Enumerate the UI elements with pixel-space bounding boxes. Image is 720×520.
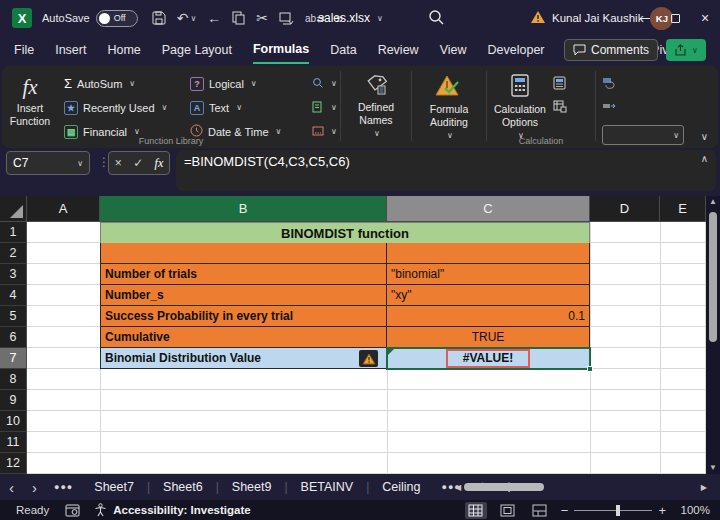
share-button[interactable]: ∨ xyxy=(666,39,706,61)
paste-picture-icon[interactable] xyxy=(279,12,294,25)
row-header-3[interactable]: 3 xyxy=(0,264,27,285)
scroll-right-icon[interactable]: ▶ xyxy=(698,483,710,492)
close-button[interactable]: × xyxy=(690,0,720,36)
document-title[interactable]: sales.xlsx ∨ xyxy=(318,0,383,36)
calculate-sheet-button[interactable] xyxy=(553,97,577,118)
search-icon[interactable] xyxy=(428,9,445,30)
select-all-button[interactable] xyxy=(0,196,27,222)
tab-review[interactable]: Review xyxy=(378,36,419,64)
formula-auditing-button[interactable]: Formula Auditing ∨ xyxy=(414,71,484,148)
cell-b6-label[interactable]: Cumulative xyxy=(100,327,387,348)
prev-sheet-icon[interactable]: ‹ xyxy=(0,479,23,496)
excel-logo-icon[interactable]: X xyxy=(12,8,32,28)
more-sheets-left-icon[interactable]: ●●● xyxy=(46,482,81,492)
accessibility-status[interactable]: Accessibility: Investigate xyxy=(113,504,250,516)
row-header-12[interactable]: 12 xyxy=(0,453,27,474)
autosum-button[interactable]: Σ AutoSum ∨ xyxy=(64,73,180,94)
cancel-entry-icon[interactable]: × xyxy=(115,156,122,170)
copy-icon[interactable] xyxy=(232,11,245,25)
tab-view[interactable]: View xyxy=(440,36,467,64)
zoom-slider[interactable] xyxy=(574,510,652,511)
normal-view-button[interactable] xyxy=(465,502,487,519)
column-header-e[interactable]: E xyxy=(660,196,706,222)
sheet-tab-ceiling[interactable]: Ceiling xyxy=(369,474,433,500)
defined-names-button[interactable]: Defined Names ∨ xyxy=(343,71,409,148)
cell-c5-value[interactable]: 0.1 xyxy=(387,306,590,327)
row-header-5[interactable]: 5 xyxy=(0,306,27,327)
column-header-b[interactable]: B xyxy=(100,196,387,222)
back-arrow-icon[interactable]: ← xyxy=(207,10,221,26)
confirm-entry-icon[interactable]: ✓ xyxy=(133,156,143,170)
cell-c3-value[interactable]: "binomial" xyxy=(387,264,590,285)
cell-b1-title[interactable]: BINOMDIST function xyxy=(100,222,590,244)
cell-b4-label[interactable]: Number_s xyxy=(100,285,387,306)
autosave-toggle[interactable]: Off xyxy=(96,10,138,27)
cell-c4-value[interactable]: "xy" xyxy=(387,285,590,306)
error-options-button[interactable] xyxy=(359,350,378,367)
math-trig-button[interactable]: ∨ xyxy=(312,97,332,118)
row-header-10[interactable]: 10 xyxy=(0,411,27,432)
scroll-down-icon[interactable]: ▼ xyxy=(709,462,717,474)
undo-button[interactable]: ↶∨ xyxy=(177,10,197,26)
cell-b3-label[interactable]: Number of trials xyxy=(100,264,387,285)
horizontal-scrollbar[interactable]: ◀ ▶ xyxy=(452,480,710,494)
cell-b5-label[interactable]: Success Probability in every trial xyxy=(100,306,387,327)
tab-data[interactable]: Data xyxy=(330,36,356,64)
lookup-reference-button[interactable]: ∨ xyxy=(312,73,332,94)
macro-record-icon[interactable] xyxy=(65,504,80,517)
tab-home[interactable]: Home xyxy=(107,36,140,64)
vertical-scroll-thumb[interactable] xyxy=(709,212,717,342)
ribbon-combobox[interactable]: ∨ xyxy=(602,125,684,145)
column-header-a[interactable]: A xyxy=(27,196,100,222)
sheet-tab-sheet7[interactable]: Sheet7 xyxy=(81,474,147,500)
text-button[interactable]: A Text ∨ xyxy=(190,97,302,118)
row-header-2[interactable]: 2 xyxy=(0,243,27,264)
formula-input[interactable]: =BINOMDIST(C4,C3,C5,C6) ∧ xyxy=(176,150,716,191)
calculate-now-button[interactable] xyxy=(553,73,577,94)
logical-button[interactable]: ? Logical ∨ xyxy=(190,73,302,94)
cell-c7-value[interactable]: #VALUE! xyxy=(387,348,590,369)
data-connection-button[interactable] xyxy=(602,97,688,118)
maximize-button[interactable] xyxy=(660,0,690,36)
zoom-in-icon[interactable]: + xyxy=(658,503,666,518)
horizontal-scroll-thumb[interactable] xyxy=(464,483,544,491)
next-sheet-icon[interactable]: › xyxy=(23,479,46,496)
tab-file[interactable]: File xyxy=(14,36,34,64)
cell-c2[interactable] xyxy=(387,243,590,264)
row-header-4[interactable]: 4 xyxy=(0,285,27,306)
sheet-tab-sheet6[interactable]: Sheet6 xyxy=(150,474,216,500)
sheet-tab-betainv[interactable]: BETAINV xyxy=(288,474,367,500)
collapse-formula-bar-icon[interactable]: ∧ xyxy=(701,153,708,164)
accessibility-icon[interactable] xyxy=(94,503,107,517)
vertical-scrollbar[interactable]: ▲ ▼ xyxy=(706,196,720,474)
cell-b7-label[interactable]: Binomial Distribution Value xyxy=(100,348,387,369)
row-header-9[interactable]: 9 xyxy=(0,390,27,411)
page-layout-view-button[interactable] xyxy=(497,502,519,519)
scroll-up-icon[interactable]: ▲ xyxy=(709,196,717,208)
name-box[interactable]: C7 ∨ xyxy=(6,151,90,175)
cell-b2[interactable] xyxy=(100,243,387,264)
insert-function-icon[interactable]: fx xyxy=(155,156,164,171)
row-header-7[interactable]: 7 xyxy=(0,348,27,369)
tab-formulas[interactable]: Formulas xyxy=(253,36,309,64)
row-header-11[interactable]: 11 xyxy=(0,432,27,453)
row-header-6[interactable]: 6 xyxy=(0,327,27,348)
tab-insert[interactable]: Insert xyxy=(55,36,86,64)
save-icon[interactable] xyxy=(152,11,166,25)
cell-c6-value[interactable]: TRUE xyxy=(387,327,590,348)
cut-icon[interactable]: ✂ xyxy=(256,10,268,26)
tab-page-layout[interactable]: Page Layout xyxy=(162,36,232,64)
page-break-view-button[interactable] xyxy=(529,502,551,519)
collapse-ribbon-icon[interactable]: ∨ xyxy=(701,131,708,142)
minimize-button[interactable] xyxy=(630,0,660,36)
comments-button[interactable]: Comments xyxy=(564,39,658,61)
zoom-out-icon[interactable]: − xyxy=(561,503,569,518)
sheet-tab-sheet9[interactable]: Sheet9 xyxy=(219,474,285,500)
column-header-d[interactable]: D xyxy=(590,196,660,222)
row-header-8[interactable]: 8 xyxy=(0,369,27,390)
scroll-left-icon[interactable]: ◀ xyxy=(452,483,464,492)
zoom-slider-thumb[interactable] xyxy=(616,505,620,516)
column-header-c[interactable]: C xyxy=(387,196,590,222)
recently-used-button[interactable]: ★ Recently Used ∨ xyxy=(64,97,180,118)
data-refresh-button[interactable] xyxy=(602,73,688,94)
